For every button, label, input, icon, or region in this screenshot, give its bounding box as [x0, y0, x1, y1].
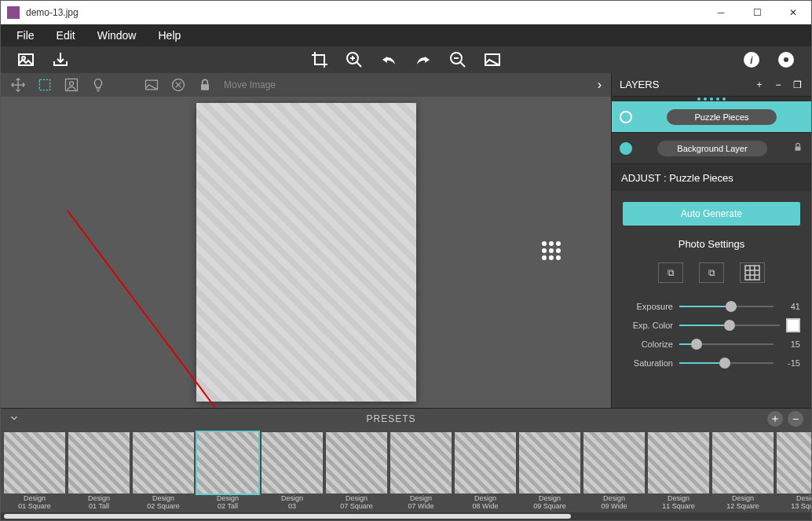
duplicate-layer-icon[interactable]: ❐	[791, 79, 803, 90]
fit-icon[interactable]	[483, 50, 502, 69]
titlebar: demo-13.jpg ─ ☐ ✕	[1, 1, 811, 24]
menu-edit[interactable]: Edit	[47, 26, 85, 45]
settings-icon[interactable]	[777, 50, 796, 69]
svg-rect-17	[796, 146, 801, 150]
layout-option-2-icon[interactable]: ⧉	[699, 262, 724, 283]
slider-track[interactable]	[679, 343, 774, 345]
preset-strip[interactable]: Design01 SquareDesign01 TallDesign02 Squ…	[1, 429, 811, 512]
preset-thumb	[133, 432, 194, 493]
person-crop-icon[interactable]	[64, 77, 79, 93]
export-icon[interactable]	[51, 50, 70, 69]
maximize-button[interactable]: ☐	[739, 1, 775, 24]
minimize-button[interactable]: ─	[703, 1, 739, 24]
preset-item[interactable]: Design02 Square	[133, 432, 194, 511]
visibility-toggle-icon[interactable]	[620, 111, 632, 123]
slider-track[interactable]	[679, 325, 780, 326]
preset-label: Design11 Square	[662, 495, 695, 511]
preset-label: Design09 Wide	[601, 495, 627, 511]
slider-track[interactable]	[679, 362, 774, 364]
layers-title: LAYERS	[620, 79, 747, 90]
bulb-icon[interactable]	[90, 77, 106, 93]
preset-item[interactable]: Design09 Square	[519, 432, 580, 511]
slider-label: Colorize	[623, 339, 673, 349]
menu-help[interactable]: Help	[148, 26, 190, 45]
svg-point-11	[70, 82, 74, 86]
preset-remove-icon[interactable]: −	[788, 411, 803, 427]
auto-generate-button[interactable]: Auto Generate	[623, 202, 800, 226]
preset-item[interactable]: Design13 Square	[777, 432, 811, 511]
grid-toggle-icon[interactable]	[542, 241, 564, 263]
close-button[interactable]: ✕	[775, 1, 811, 24]
presets-panel: PRESETS ＋ − Design01 SquareDesign01 Tall…	[1, 408, 811, 520]
preset-item[interactable]: Design12 Square	[712, 432, 774, 511]
main-toolbar: i	[1, 46, 811, 73]
layout-option-1-icon[interactable]: ⧉	[658, 262, 683, 283]
document-preview[interactable]	[196, 103, 416, 402]
presets-collapse-icon[interactable]	[9, 413, 20, 426]
preset-item[interactable]: Design03	[262, 432, 323, 511]
preset-label: Design01 Tall	[88, 495, 110, 511]
crop-icon[interactable]	[310, 50, 329, 69]
add-layer-icon[interactable]: ＋	[753, 78, 766, 91]
layer-background[interactable]: Background Layer	[612, 133, 811, 164]
preset-label: Design02 Square	[147, 495, 180, 511]
zoom-out-icon[interactable]	[448, 50, 467, 69]
slider-exposure[interactable]: Exposure41	[623, 297, 800, 316]
presets-title: PRESETS	[20, 413, 763, 424]
preset-label: Design09 Square	[533, 495, 566, 511]
app-icon	[7, 6, 20, 19]
svg-rect-10	[66, 79, 78, 91]
redo-icon[interactable]	[414, 50, 433, 69]
visibility-toggle-icon[interactable]	[620, 142, 632, 155]
canvas[interactable]	[1, 97, 611, 408]
preset-item[interactable]: Design11 Square	[648, 432, 709, 511]
preset-item[interactable]: Design07 Wide	[390, 432, 452, 511]
slider-value: 41	[780, 302, 800, 311]
color-swatch[interactable]	[786, 318, 800, 332]
preset-thumb	[648, 432, 709, 493]
photo-settings-title: Photo Settings	[623, 238, 800, 250]
lock-icon[interactable]	[197, 77, 213, 93]
preset-thumb	[712, 432, 774, 493]
preset-thumb	[197, 432, 258, 493]
remove-layer-icon[interactable]: −	[772, 79, 785, 90]
layer-puzzle-pieces[interactable]: Puzzle Pieces	[612, 101, 811, 133]
preset-item[interactable]: Design02 Tall	[197, 432, 258, 511]
svg-rect-14	[201, 84, 209, 90]
undo-icon[interactable]	[379, 50, 398, 69]
picture-icon[interactable]	[144, 77, 159, 93]
preset-item[interactable]: Design07 Square	[326, 432, 387, 511]
preset-scrollbar[interactable]	[1, 512, 811, 520]
preset-thumb	[4, 432, 65, 493]
slider-saturation[interactable]: Saturation-15	[623, 354, 800, 372]
preset-item[interactable]: Design01 Square	[4, 432, 65, 511]
menu-window[interactable]: Window	[88, 26, 146, 45]
preset-item[interactable]: Design01 Tall	[68, 432, 130, 511]
slider-label: Saturation	[623, 358, 673, 368]
canvas-toolbar: Move Image ›	[1, 73, 611, 97]
info-icon[interactable]: i	[742, 50, 761, 69]
slider-track[interactable]	[679, 306, 774, 307]
menu-file[interactable]: File	[7, 26, 44, 45]
preset-item[interactable]: Design08 Wide	[455, 432, 516, 511]
preset-item[interactable]: Design09 Wide	[583, 432, 645, 511]
layout-grid-icon[interactable]	[740, 262, 765, 283]
slider-exp-color[interactable]: Exp. Color	[623, 316, 800, 335]
right-panel: LAYERS ＋ − ❐ Puzzle Pieces Background La…	[611, 73, 811, 408]
collapse-right-icon[interactable]: ›	[598, 78, 602, 92]
select-icon[interactable]	[37, 77, 53, 93]
slider-colorize[interactable]: Colorize15	[623, 335, 800, 354]
preset-add-icon[interactable]: ＋	[767, 411, 783, 427]
preset-thumb	[68, 432, 130, 493]
zoom-in-icon[interactable]	[345, 50, 364, 69]
svg-point-8	[784, 57, 788, 62]
slider-label: Exp. Color	[623, 321, 673, 330]
svg-rect-18	[745, 266, 759, 280]
preset-thumb	[583, 432, 645, 493]
preset-thumb	[390, 432, 452, 493]
image-icon[interactable]	[16, 50, 35, 69]
move-icon[interactable]	[10, 77, 26, 93]
circle-x-icon[interactable]	[170, 77, 186, 93]
layer-label: Background Layer	[657, 141, 767, 156]
preset-label: Design08 Wide	[472, 495, 498, 511]
